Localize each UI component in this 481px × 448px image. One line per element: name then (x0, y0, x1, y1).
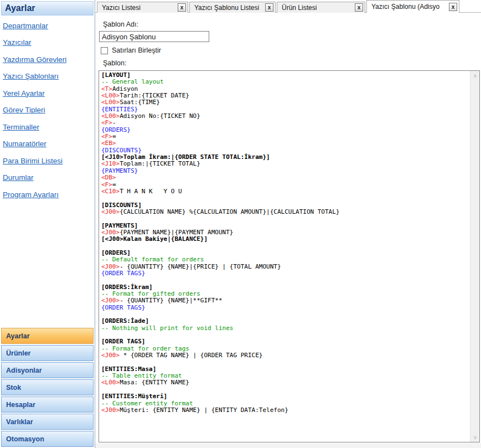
code-line: <J00>{CALCULATION NAME} %{CALCULATION AM… (101, 209, 469, 215)
tab-close-icon[interactable]: x (265, 3, 273, 12)
code-line: <C10>T H A N K Y O U (101, 188, 469, 195)
template-editor-panel: Şablon Adı: Satırları Birleştir Şablon: … (95, 12, 481, 448)
code-line: <L00>Saat:{TIME} (101, 99, 469, 106)
scroll-down-icon[interactable]: ∨ (470, 432, 480, 442)
code-line: <DB> (101, 174, 469, 181)
sidebar-links: DepartmanlarYazıcılarYazdırma GörevleriY… (3, 17, 94, 203)
template-editor-code[interactable]: [LAYOUT]-- General layout<T>Adisyon<L00>… (101, 72, 469, 442)
code-line: <J10>Toplam:|{TICKET TOTAL} (101, 161, 469, 167)
code-line (101, 215, 469, 222)
tab-label: Yazıcı Şablonu Listesi (194, 4, 259, 12)
template-editor[interactable]: [LAYOUT]-- General layout<T>Adisyon<L00>… (99, 70, 480, 442)
code-line (101, 359, 469, 365)
document-tabbar: Yazıcı ListesixYazıcı Şablonu ListesixÜr… (97, 0, 459, 13)
code-line: {ORDER TAGS} (101, 305, 469, 311)
scroll-up-icon[interactable]: ∧ (470, 71, 480, 80)
editor-scrollbar[interactable]: ∧ ∨ (470, 71, 479, 442)
tab-close-icon[interactable]: x (449, 3, 457, 11)
accordion-item[interactable]: Ayarlar (1, 328, 94, 344)
code-line: <F>= (101, 133, 469, 140)
code-line: <J00>Müşteri: {ENTITY NAME} | {ENTITY DA… (101, 407, 469, 414)
category-accordion: AyarlarÜrünlerAdisyonlarStokHesaplarVarl… (1, 328, 94, 448)
sidebar-link[interactable]: Yazıcılar (3, 34, 32, 52)
template-body-label: Şablon: (103, 59, 126, 67)
merge-lines-checkbox[interactable] (101, 47, 108, 54)
sidebar-link[interactable]: Program Ayarları (3, 186, 59, 203)
code-line: <L00>Adisyon No:{TICKET NO} (101, 113, 469, 120)
tab-close-icon[interactable]: x (355, 3, 363, 12)
code-line (101, 277, 469, 284)
merge-lines-label: Satırları Birleştir (112, 47, 161, 54)
accordion-item[interactable]: Varlıklar (1, 414, 94, 430)
sidebar-link[interactable]: Görev Tipleri (3, 102, 45, 119)
code-line: <F>- (101, 120, 469, 126)
code-line: <J00> * {ORDER TAG NAME} | {ORDER TAG PR… (101, 352, 469, 359)
sidebar-link[interactable]: Durumlar (3, 169, 34, 187)
code-line (101, 311, 469, 318)
code-line: {ORDER TAGS} (101, 270, 469, 277)
document-tab[interactable]: Ürün Listesix (277, 2, 365, 13)
sidebar-link[interactable]: Yazdırma Görevleri (3, 51, 66, 68)
code-line: -- General layout (101, 79, 469, 85)
code-line: [<J00>Kalan Bakiye|{BALANCE}] (101, 236, 469, 243)
code-line (101, 195, 469, 202)
sidebar-link[interactable]: Yazıcı Şablonları (3, 68, 59, 85)
sidebar-link[interactable]: Para Birimi Listesi (3, 152, 63, 169)
accordion-item[interactable]: Hesaplar (1, 396, 94, 413)
merge-lines-row: Satırları Birleştir (101, 47, 161, 54)
code-line: <L00>Masa: {ENTITY NAME} (101, 379, 469, 386)
settings-sidebar: Ayarlar DepartmanlarYazıcılarYazdırma Gö… (0, 0, 95, 448)
sidebar-title: Ayarlar (1, 1, 94, 16)
sidebar-link[interactable]: Terminaller (3, 119, 39, 136)
tab-label: Yazıcı Şablonu (Adisyo (371, 3, 439, 11)
bottom-strip (95, 443, 481, 448)
template-name-label: Şablon Adı: (103, 20, 138, 28)
code-line: -- Nothing will print for void lines (101, 325, 469, 332)
template-name-input[interactable] (99, 31, 209, 42)
main-area: Yazıcı ListesixYazıcı Şablonu ListesixÜr… (95, 0, 481, 448)
code-line: <EB> (101, 140, 469, 147)
code-line: {ORDERS} (101, 127, 469, 133)
tab-label: Yazıcı Listesi (102, 4, 141, 12)
accordion-item[interactable]: Stok (1, 379, 94, 395)
sidebar-link[interactable]: Departmanlar (3, 17, 48, 34)
code-line: {PAYMENTS} (101, 168, 469, 174)
document-tab[interactable]: Yazıcı Listesix (97, 2, 188, 13)
code-line (101, 243, 469, 250)
tab-label: Ürün Listesi (282, 4, 317, 12)
sidebar-link[interactable]: Yerel Ayarlar (3, 85, 45, 102)
document-tab[interactable]: Yazıcı Şablonu (Adisyox (366, 0, 459, 13)
accordion-item[interactable]: Adisyonlar (1, 362, 94, 378)
accordion-item[interactable]: Otomasyon (1, 431, 94, 447)
accordion-item[interactable]: Ürünler (1, 345, 94, 361)
sidebar-link[interactable]: Numaratörler (3, 136, 46, 153)
code-line: <J00>- {QUANTITY} {NAME}|{PRICE} | {TOTA… (101, 264, 469, 270)
tab-close-icon[interactable]: x (178, 3, 186, 12)
code-line: <J00>- {QUANTITY} {NAME}|**GIFT** (101, 297, 469, 304)
code-line (101, 332, 469, 338)
document-tab[interactable]: Yazıcı Şablonu Listesix (189, 2, 276, 13)
